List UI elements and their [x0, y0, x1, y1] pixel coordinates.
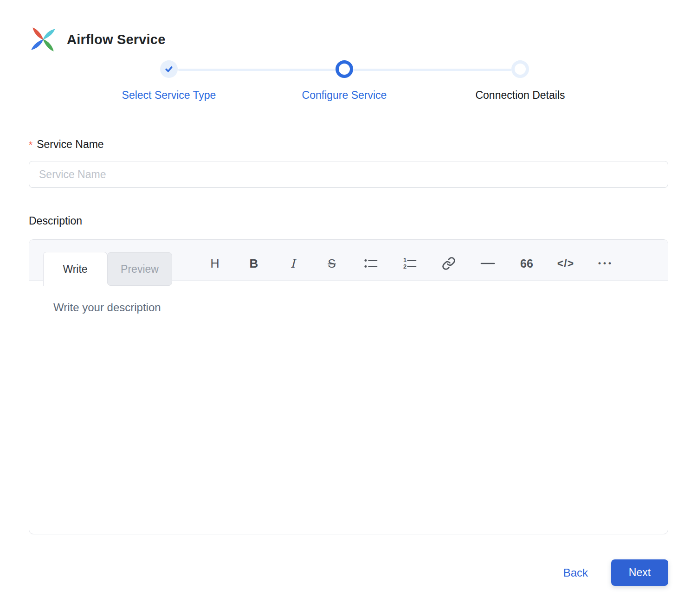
- back-button[interactable]: Back: [563, 566, 588, 579]
- horizontal-rule-icon[interactable]: [478, 253, 497, 274]
- italic-icon[interactable]: I: [284, 253, 302, 274]
- footer-actions: Back Next: [29, 559, 668, 586]
- page-title: Airflow Service: [67, 32, 166, 47]
- ordered-list-icon[interactable]: 1 2: [400, 253, 419, 274]
- stepper-connector-2: [353, 69, 511, 71]
- description-label: Description: [29, 215, 668, 227]
- svg-text:1: 1: [403, 257, 407, 263]
- airflow-logo-icon: [29, 26, 58, 53]
- description-editor: Write Preview H B I S 1: [29, 239, 668, 534]
- step-label: Connection Details: [475, 89, 565, 102]
- unordered-list-icon[interactable]: [361, 253, 380, 274]
- editor-header: Write Preview H B I S 1: [29, 240, 668, 281]
- link-icon[interactable]: [439, 253, 458, 274]
- description-editor-input[interactable]: [29, 281, 668, 534]
- service-name-label-text: Service Name: [37, 138, 103, 150]
- step-label: Select Service Type: [122, 89, 216, 102]
- next-button[interactable]: Next: [611, 559, 668, 586]
- check-icon: [164, 64, 174, 74]
- stepper-connector-1: [178, 69, 336, 71]
- step-circle-active: [336, 60, 353, 78]
- required-asterisk: *: [29, 139, 32, 150]
- svg-text:2: 2: [403, 263, 407, 270]
- editor-body: [29, 281, 668, 534]
- heading-icon[interactable]: H: [206, 253, 224, 274]
- more-options-icon[interactable]: •••: [595, 253, 614, 274]
- service-name-input[interactable]: [29, 161, 668, 188]
- page-header: Airflow Service: [0, 0, 697, 53]
- code-icon[interactable]: </>: [556, 253, 575, 274]
- step-circle-completed: [160, 60, 178, 78]
- step-circle-pending: [511, 60, 529, 78]
- editor-toolbar: H B I S 1 2: [206, 246, 614, 281]
- tab-preview[interactable]: Preview: [107, 252, 172, 286]
- strikethrough-icon[interactable]: S: [323, 253, 341, 274]
- tab-write[interactable]: Write: [43, 252, 107, 286]
- quote-icon[interactable]: 66: [517, 253, 536, 274]
- stepper: Select Service Type Configure Service Co…: [0, 59, 697, 114]
- service-name-label: *Service Name: [29, 138, 668, 151]
- step-label: Configure Service: [302, 89, 387, 102]
- bold-icon[interactable]: B: [245, 253, 263, 274]
